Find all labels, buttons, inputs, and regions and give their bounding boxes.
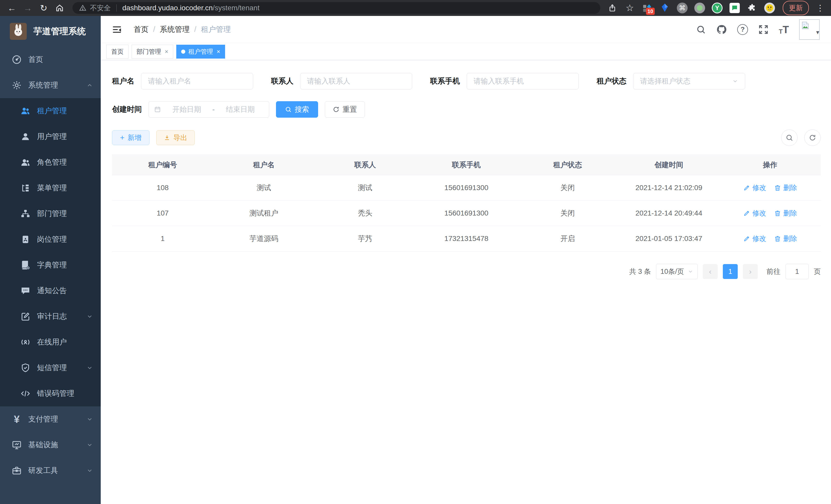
phone-label: 联系手机 [430, 76, 460, 86]
goto-page-input[interactable]: 1 [785, 264, 809, 279]
close-icon[interactable]: × [165, 48, 168, 55]
share-icon[interactable] [606, 2, 618, 14]
people-icon [20, 156, 31, 168]
user-icon [20, 131, 31, 143]
end-date-placeholder: 结束日期 [217, 105, 264, 114]
tab-tenant[interactable]: 租户管理× [176, 45, 225, 59]
sidebar-item-sms[interactable]: 短信管理 [0, 355, 101, 381]
breadcrumb-system[interactable]: 系统管理 [160, 24, 190, 35]
sidebar: 芋道管理系统 首页 系统管理 租户管理 用户管理 [0, 16, 101, 504]
extension-monkey-icon[interactable]: 10 [641, 2, 653, 14]
avatar-caret-icon[interactable]: ▼ [815, 30, 820, 35]
tenant-name-label: 租户名 [112, 76, 134, 86]
trash-icon [774, 184, 781, 191]
edit-link[interactable]: 修改 [743, 234, 766, 243]
extension-chat-icon[interactable] [729, 2, 741, 14]
sidebar-item-post[interactable]: 岗位管理 [0, 227, 101, 252]
sidebar-item-menu[interactable]: 菜单管理 [0, 175, 101, 201]
sidebar-item-audit-log[interactable]: 审计日志 [0, 304, 101, 329]
table-row: 1 芋道源码 芋艿 17321315478 开启 2021-01-05 17:0… [112, 226, 821, 251]
profile-avatar-icon[interactable] [764, 2, 775, 14]
cell-name: 测试租户 [213, 208, 315, 218]
sidebar-item-system[interactable]: 系统管理 [0, 72, 101, 98]
fullscreen-icon[interactable] [758, 24, 769, 35]
prev-page-button[interactable]: ‹ [703, 264, 718, 279]
header-search-icon[interactable] [696, 25, 706, 34]
extension-kite-icon[interactable] [659, 2, 671, 14]
phone-input[interactable]: 请输入联系手机 [467, 73, 579, 89]
font-size-icon[interactable]: TT [779, 24, 789, 35]
extensions-puzzle-icon[interactable] [746, 2, 758, 14]
col-actions: 操作 [719, 160, 821, 170]
close-icon[interactable]: × [217, 48, 220, 55]
sidebar-item-online-users[interactable]: 在线用户 [0, 329, 101, 355]
warning-icon [79, 4, 86, 11]
pencil-icon [743, 235, 750, 242]
sidebar-collapse-icon[interactable] [112, 24, 122, 35]
bookmark-star-icon[interactable]: ☆ [624, 2, 636, 14]
export-button[interactable]: 导出 [156, 130, 195, 145]
reload-icon[interactable]: ↻ [37, 1, 50, 14]
sidebar-item-tenant[interactable]: 租户管理 [0, 98, 101, 124]
extension-record-icon[interactable] [694, 2, 706, 14]
chrome-menu-icon[interactable]: ⋮ [814, 3, 826, 13]
sidebar-item-notice[interactable]: 通知公告 [0, 278, 101, 304]
refresh-table-button[interactable] [804, 129, 821, 146]
tab-dept[interactable]: 部门管理× [132, 45, 173, 59]
table-header-row: 租户编号 租户名 联系人 联系手机 租户状态 创建时间 操作 [112, 155, 821, 175]
toggle-search-button[interactable] [781, 129, 798, 146]
add-button[interactable]: + 新增 [112, 130, 149, 145]
extension-yudao-icon[interactable]: Y [711, 2, 723, 14]
status-select[interactable]: 请选择租户状态 [633, 73, 745, 89]
github-icon[interactable] [716, 24, 727, 35]
date-range-picker[interactable]: 开始日期 - 结束日期 [148, 101, 269, 118]
help-icon[interactable]: ? [737, 24, 748, 35]
cell-created: 2021-01-05 17:03:47 [618, 235, 719, 243]
next-page-button[interactable]: › [743, 264, 758, 279]
sidebar-item-pay[interactable]: ¥ 支付管理 [0, 406, 101, 432]
reset-button[interactable]: 重置 [325, 101, 365, 118]
date-separator: - [212, 105, 214, 114]
delete-link[interactable]: 删除 [774, 209, 797, 218]
chevron-down-icon [688, 269, 693, 274]
sidebar-item-dev-tools[interactable]: 研发工具 [0, 458, 101, 483]
sidebar-item-user[interactable]: 用户管理 [0, 124, 101, 149]
col-tenant-id: 租户编号 [112, 160, 213, 170]
page-size-select[interactable]: 10条/页 [656, 264, 698, 279]
app-logo[interactable]: 芋道管理系统 [0, 16, 101, 47]
forward-icon[interactable]: → [21, 1, 34, 14]
back-icon[interactable]: ← [5, 1, 19, 14]
edit-link[interactable]: 修改 [743, 183, 766, 192]
broken-image-icon [801, 21, 810, 30]
address-bar[interactable]: 不安全 dashboard.yudao.iocoder.cn/system/te… [73, 2, 600, 14]
goto-label: 前往 [767, 267, 780, 276]
sidebar-item-dict[interactable]: 字典管理 [0, 252, 101, 278]
page-1-button[interactable]: 1 [723, 264, 738, 279]
col-phone: 联系手机 [416, 160, 517, 170]
sidebar-item-home[interactable]: 首页 [0, 47, 101, 72]
contact-input[interactable]: 请输入联系人 [300, 73, 412, 89]
tenant-name-input[interactable]: 请输入租户名 [141, 73, 253, 89]
sidebar-item-error-code[interactable]: 错误码管理 [0, 381, 101, 406]
sidebar-item-role[interactable]: 角色管理 [0, 149, 101, 175]
breadcrumb-separator: / [194, 25, 196, 34]
delete-link[interactable]: 删除 [774, 183, 797, 192]
sidebar-item-infra[interactable]: 基础设施 [0, 432, 101, 458]
yen-icon: ¥ [11, 413, 23, 425]
cell-name: 测试 [213, 183, 315, 192]
contact-label: 联系人 [271, 76, 293, 86]
search-button[interactable]: 搜索 [276, 101, 318, 118]
breadcrumb-home[interactable]: 首页 [134, 24, 148, 35]
logo-rabbit-image [10, 23, 27, 40]
delete-link[interactable]: 删除 [774, 234, 797, 243]
extension-command-icon[interactable]: ⌘ [676, 2, 688, 14]
start-date-placeholder: 开始日期 [163, 105, 210, 114]
dictionary-icon [20, 259, 31, 271]
chevron-up-icon [86, 82, 93, 89]
home-icon[interactable] [53, 1, 66, 14]
tab-home[interactable]: 首页 [106, 45, 128, 59]
edit-link[interactable]: 修改 [743, 209, 766, 218]
chrome-update-button[interactable]: 更新 [783, 1, 809, 15]
cell-created: 2021-12-14 20:49:44 [618, 209, 719, 217]
sidebar-item-dept[interactable]: 部门管理 [0, 201, 101, 227]
